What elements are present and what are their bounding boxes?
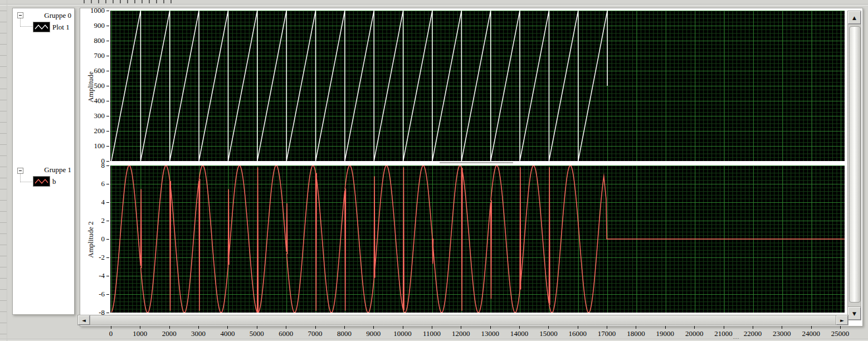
x-tick-mark bbox=[111, 326, 111, 329]
y-tick-label: 8 bbox=[81, 161, 105, 170]
waveform-icon bbox=[33, 177, 50, 186]
y-tick-mark bbox=[106, 257, 109, 258]
y-tick-mark bbox=[106, 41, 109, 41]
y-tick-label: 700 bbox=[81, 51, 105, 60]
x-tick-mark bbox=[548, 326, 549, 329]
tree-collapse-icon-group0[interactable] bbox=[17, 12, 23, 18]
scroll-left-icon: ◄ bbox=[82, 318, 86, 323]
scroll-down-button[interactable]: ▼ bbox=[848, 307, 861, 320]
y-tick-mark bbox=[106, 184, 109, 184]
x-tick-mark bbox=[578, 326, 578, 329]
x-tick-mark bbox=[607, 326, 607, 329]
x-tick-mark bbox=[169, 326, 170, 329]
tree-collapse-icon-group1[interactable] bbox=[17, 168, 23, 174]
x-tick-mark bbox=[227, 326, 228, 329]
y-tick-mark bbox=[106, 56, 109, 56]
x-tick-label: 10000 bbox=[393, 329, 412, 338]
tree-connector bbox=[20, 18, 21, 27]
x-tick-label: 24000 bbox=[802, 329, 820, 338]
x-tick-mark bbox=[636, 326, 636, 329]
legend-plot-swatch[interactable] bbox=[33, 22, 50, 32]
y-tick-label: 600 bbox=[81, 66, 105, 75]
y-tick-mark bbox=[106, 26, 109, 26]
legend-group-label: Gruppe 0 bbox=[44, 11, 71, 20]
y-tick-label: 4 bbox=[81, 198, 105, 207]
legend-plot-label[interactable]: Plot 1 bbox=[52, 23, 70, 32]
y-tick-mark bbox=[106, 161, 109, 162]
legend-group-label: Gruppe 1 bbox=[44, 165, 71, 174]
minus-glyph bbox=[19, 15, 22, 16]
x-tick-label: 0 bbox=[109, 329, 113, 338]
x-tick-label: 16000 bbox=[569, 329, 587, 338]
x-tick-label: 13000 bbox=[481, 329, 499, 338]
x-tick-mark bbox=[811, 326, 812, 329]
y-tick-mark bbox=[106, 313, 109, 313]
x-tick-mark bbox=[257, 326, 257, 329]
y-tick-label: 6 bbox=[81, 179, 105, 188]
y-tick-label: 100 bbox=[81, 142, 105, 150]
tree-connector bbox=[21, 26, 32, 27]
x-tick-label: 1000 bbox=[133, 329, 147, 338]
y-tick-label: -6 bbox=[81, 290, 105, 299]
x-tick-label: 11000 bbox=[423, 329, 441, 338]
labview-front-panel: Gruppe 0 Plot 1 Gruppe 1 b Amplitude Amp… bbox=[0, 0, 868, 341]
horizontal-scrollbar[interactable]: ◄ ► bbox=[77, 315, 849, 325]
x-tick-label: 17000 bbox=[598, 329, 616, 338]
scroll-down-icon: ▼ bbox=[852, 311, 856, 316]
x-tick-label: 9000 bbox=[366, 329, 381, 338]
legend-plot-swatch[interactable] bbox=[33, 176, 50, 187]
y-tick-label: 500 bbox=[81, 81, 105, 90]
clipped-screen-edge-marks bbox=[84, 0, 175, 3]
scroll-up-button[interactable]: ▲ bbox=[848, 11, 861, 24]
vertical-scrollbar-thumb[interactable] bbox=[849, 26, 861, 303]
x-tick-mark bbox=[403, 326, 403, 329]
x-tick-label: 2000 bbox=[162, 329, 177, 338]
sawtooth-plot-area[interactable] bbox=[110, 11, 845, 161]
x-tick-mark bbox=[519, 326, 520, 329]
minus-glyph bbox=[19, 170, 22, 171]
x-tick-label: 23000 bbox=[773, 329, 791, 338]
y-tick-label: 400 bbox=[81, 96, 105, 105]
x-tick-mark bbox=[140, 326, 140, 329]
x-tick-label: 18000 bbox=[627, 329, 645, 338]
x-tick-label: 6000 bbox=[279, 329, 293, 338]
x-tick-label: 25000 bbox=[831, 329, 850, 338]
x-tick-label: 20000 bbox=[685, 329, 704, 338]
x-tick-label: 21000 bbox=[714, 329, 733, 338]
tree-connector bbox=[20, 174, 21, 182]
plot-divider-handle[interactable] bbox=[440, 162, 513, 163]
y-tick-mark bbox=[106, 146, 109, 147]
y-tick-label: -2 bbox=[81, 253, 105, 262]
x-tick-label: 3000 bbox=[191, 329, 206, 338]
x-tick-mark bbox=[840, 326, 841, 329]
x-tick-label: 7000 bbox=[308, 329, 323, 338]
y-tick-mark bbox=[106, 11, 109, 11]
x-tick-mark bbox=[373, 326, 374, 329]
vertical-scrollbar[interactable]: ▲ ▼ bbox=[847, 11, 861, 320]
panel-grid-edge bbox=[0, 0, 7, 341]
sine-plot-area[interactable] bbox=[110, 165, 845, 313]
y-tick-label: 2 bbox=[81, 216, 105, 225]
x-axis-overflow-indicator: ... bbox=[733, 333, 739, 340]
legend-plot-label[interactable]: b bbox=[52, 177, 56, 186]
x-tick-label: 5000 bbox=[250, 329, 264, 338]
y-tick-label: 800 bbox=[81, 36, 105, 45]
scroll-left-button[interactable]: ◄ bbox=[78, 315, 90, 325]
y-tick-mark bbox=[106, 71, 109, 71]
mixed-signal-graph: Amplitude Amplitude 2 100090080070060050… bbox=[80, 8, 863, 327]
x-tick-mark bbox=[461, 326, 461, 329]
panel-top-ridge bbox=[0, 4, 868, 6]
x-tick-label: 15000 bbox=[539, 329, 558, 338]
y-tick-mark bbox=[106, 202, 109, 203]
y-tick-label: 900 bbox=[81, 21, 105, 30]
scroll-right-button[interactable]: ► bbox=[836, 315, 848, 325]
scroll-right-icon: ► bbox=[840, 318, 844, 323]
x-tick-mark bbox=[490, 326, 491, 329]
y-tick-label: 0 bbox=[81, 235, 105, 243]
x-tick-label: 12000 bbox=[452, 329, 470, 338]
waveform-icon bbox=[33, 22, 50, 32]
scroll-up-icon: ▲ bbox=[852, 15, 856, 21]
y-tick-label: 1000 bbox=[81, 6, 105, 15]
y-tick-mark bbox=[106, 131, 109, 131]
y-tick-mark bbox=[106, 165, 109, 166]
